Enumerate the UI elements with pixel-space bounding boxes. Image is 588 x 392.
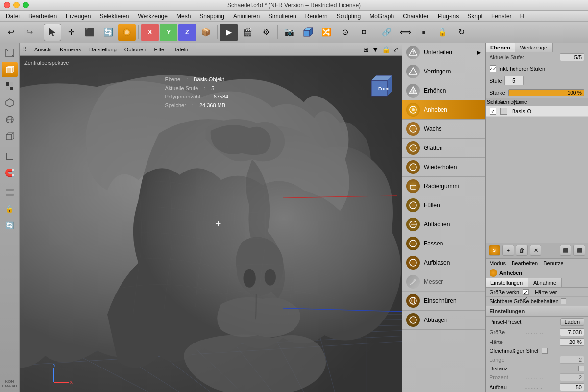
- tab-abnahme[interactable]: Abnahme: [528, 278, 562, 287]
- vt-expand-icon[interactable]: ⤢: [393, 46, 399, 53]
- mini-x-button[interactable]: ✕: [530, 245, 541, 256]
- tool-abflachen[interactable]: Abflachen: [402, 215, 485, 234]
- tool-erhoehen[interactable]: Erhöhen: [402, 81, 485, 100]
- render-view-button[interactable]: ▶: [220, 24, 238, 41]
- tab-ebenen[interactable]: Ebenen: [486, 43, 515, 52]
- center-button[interactable]: ⊙: [336, 24, 354, 41]
- sichtbar-checkbox[interactable]: ✓: [490, 108, 496, 115]
- minimize-button[interactable]: [13, 2, 20, 8]
- lock-button[interactable]: 🔒: [434, 24, 451, 41]
- tool-glaetten[interactable]: Glätten: [402, 139, 485, 158]
- vt-down-icon[interactable]: ▼: [372, 46, 379, 53]
- menu-h[interactable]: H: [516, 12, 529, 21]
- snap-button[interactable]: 🔗: [378, 24, 395, 41]
- tool-radiergummi[interactable]: Radiergummi: [402, 177, 485, 196]
- sculpt-active-button[interactable]: [118, 24, 136, 41]
- tool-aufblasen[interactable]: Aufblasen: [402, 253, 485, 272]
- mini-s-button[interactable]: S: [489, 245, 500, 256]
- tab-werkzeuge[interactable]: Werkzeuge: [515, 43, 553, 52]
- vt-kameras[interactable]: Kameras: [57, 46, 84, 53]
- layer-button[interactable]: ≡: [415, 24, 433, 41]
- menu-rendern[interactable]: Rendern: [301, 12, 332, 21]
- view-cube-button[interactable]: [299, 24, 317, 41]
- vt-grid-icon[interactable]: ⊞: [363, 46, 369, 53]
- mini-trash-button[interactable]: 🗑: [516, 245, 528, 256]
- distanz-checkbox[interactable]: [578, 366, 584, 371]
- vt-lock2-icon[interactable]: 🔒: [382, 46, 390, 53]
- inkl-checkbox[interactable]: ✓: [490, 65, 496, 72]
- render-settings-button[interactable]: ⚙: [257, 24, 275, 41]
- groesse-verkn-checkbox[interactable]: ✓: [523, 289, 529, 295]
- undo-button[interactable]: ↩: [2, 24, 20, 41]
- menu-selektieren[interactable]: Selektieren: [96, 12, 133, 21]
- tool-wiederholen[interactable]: Wiederholen: [402, 158, 485, 177]
- ls-magnet-button[interactable]: 🧲: [2, 165, 18, 180]
- menu-bearbeiten[interactable]: Bearbeiten: [24, 12, 61, 21]
- axis-y-button[interactable]: Y: [160, 24, 177, 41]
- menu-sculpting[interactable]: Sculpting: [333, 12, 365, 21]
- menu-datei[interactable]: Datei: [2, 12, 24, 21]
- vt-optionen[interactable]: Optionen: [122, 46, 149, 53]
- menu-animieren[interactable]: Animieren: [229, 12, 264, 21]
- vt-filter[interactable]: Filter: [151, 46, 169, 53]
- sichtbare-groesse-checkbox[interactable]: [561, 298, 566, 304]
- grid-button[interactable]: ⊞: [355, 24, 372, 41]
- ls-box-button[interactable]: [2, 128, 18, 144]
- menu-plugins[interactable]: Plug-ins: [434, 12, 463, 21]
- tool-abtragen[interactable]: Abtragen: [402, 311, 485, 330]
- tool-anheben[interactable]: Anheben: [402, 100, 485, 120]
- ls-layers-button[interactable]: [2, 184, 18, 200]
- mini-copy-button[interactable]: ⬛: [560, 245, 571, 256]
- navigation-cube[interactable]: Front: [368, 71, 397, 100]
- select-tool-button[interactable]: [44, 24, 61, 41]
- axis-z-button[interactable]: Z: [178, 24, 196, 41]
- fullscreen-button[interactable]: [23, 2, 29, 8]
- ls-perspective-button[interactable]: [2, 45, 18, 61]
- tool-unterteilen[interactable]: Unterteilen ▶: [402, 43, 485, 62]
- camera-button[interactable]: 📷: [280, 24, 298, 41]
- gleichm-checkbox[interactable]: [542, 348, 548, 354]
- menu-simulieren[interactable]: Simulieren: [265, 12, 300, 21]
- extra-button[interactable]: ↻: [452, 24, 470, 41]
- vt-tafeln[interactable]: Tafeln: [171, 46, 191, 53]
- navigate-button[interactable]: 🔀: [318, 24, 335, 41]
- ls-sphere-button[interactable]: [2, 112, 18, 127]
- ls-rotate-button[interactable]: 🔄: [2, 218, 18, 233]
- tool-wachs[interactable]: Wachs: [402, 120, 485, 139]
- close-button[interactable]: [4, 2, 10, 8]
- tool-verringern[interactable]: Verringern: [402, 62, 485, 81]
- rotate-button[interactable]: 🔄: [99, 24, 117, 41]
- menu-skript[interactable]: Skript: [464, 12, 487, 21]
- tool-einschnueren[interactable]: Einschnüren: [402, 292, 485, 311]
- tab-einstellungen[interactable]: Einstellungen: [486, 278, 528, 287]
- axis-x-button[interactable]: X: [141, 24, 159, 41]
- menu-werkzeuge[interactable]: Werkzeuge: [134, 12, 171, 21]
- ls-angle-button[interactable]: [2, 148, 18, 164]
- scale-button[interactable]: ⬛: [81, 24, 98, 41]
- tool-messer[interactable]: Messer: [402, 272, 485, 292]
- menu-erzeugen[interactable]: Erzeugen: [62, 12, 95, 21]
- verriegeln-checkbox[interactable]: [500, 108, 507, 115]
- vt-darstellung[interactable]: Darstellung: [86, 46, 120, 53]
- ls-cube-button[interactable]: [2, 62, 18, 77]
- ls-lock-button[interactable]: 🔒: [2, 201, 18, 217]
- menu-snapping[interactable]: Snapping: [196, 12, 228, 21]
- sym-button[interactable]: ⟺: [396, 24, 414, 41]
- ls-checkerboard-button[interactable]: [2, 78, 18, 94]
- ls-poly-button[interactable]: [2, 95, 18, 111]
- redo-button[interactable]: ↪: [21, 24, 38, 41]
- 3d-viewport[interactable]: Zentralperspektive Ebene : Basis-Objekt …: [20, 56, 402, 392]
- menu-fenster[interactable]: Fenster: [488, 12, 515, 21]
- menu-mograph[interactable]: MoGraph: [366, 12, 398, 21]
- render-frame-button[interactable]: 🎬: [239, 24, 256, 41]
- object-mode-button[interactable]: 📦: [197, 24, 215, 41]
- laden-button[interactable]: Laden: [560, 318, 584, 326]
- menu-charakter[interactable]: Charakter: [399, 12, 433, 21]
- tool-fassen[interactable]: Fassen: [402, 234, 485, 253]
- mini-paste-button[interactable]: ⬛: [573, 245, 585, 256]
- vt-ansicht[interactable]: Ansicht: [31, 46, 55, 53]
- starke-slider[interactable]: 100 %: [508, 89, 584, 96]
- tool-fuellen[interactable]: Füllen: [402, 196, 485, 215]
- mini-plus-button[interactable]: +: [502, 245, 514, 256]
- stufe-input[interactable]: [504, 76, 524, 85]
